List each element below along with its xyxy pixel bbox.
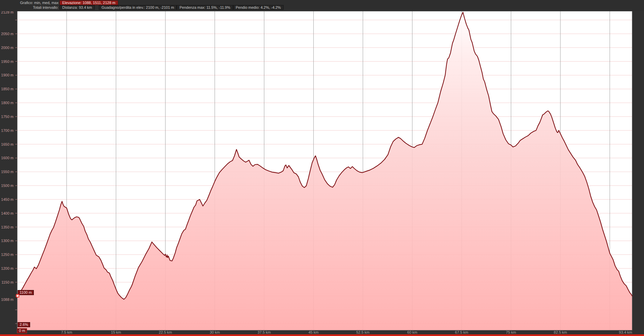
x-tick-label: 22.5 km xyxy=(152,330,179,335)
y-tick-label: 1900 m xyxy=(0,73,14,77)
y-tick-label: 1600 m xyxy=(0,155,14,160)
y-tick-label: 1650 m xyxy=(0,142,14,147)
x-tick-label: 7.5 km xyxy=(53,330,80,335)
elevation-chart[interactable]: 2128 m2050 m2000 m1950 m1900 m1850 m1800… xyxy=(0,0,644,336)
x-tick-label: 15 km xyxy=(103,330,130,335)
distance-stats-box: Distanza: 93.4 km xyxy=(60,5,95,10)
bottom-accent-bar xyxy=(0,334,644,336)
y-tick-label: 1350 m xyxy=(0,225,14,230)
y-tick-label: 2050 m xyxy=(0,31,14,36)
y-tick-label: 2000 m xyxy=(0,45,14,50)
y-tick-label: 1300 m xyxy=(0,238,14,243)
y-tick-label: 1450 m xyxy=(0,197,14,202)
marker-elevation-badge: 1100 m xyxy=(18,290,34,295)
x-tick-label: 52.5 km xyxy=(349,330,376,335)
start-marker-icon xyxy=(16,294,19,297)
elevation-profile-canvas[interactable] xyxy=(0,0,644,336)
y-tick-label: 1850 m xyxy=(0,87,14,91)
chart-type-label: Grafico: min, med, max xyxy=(14,0,59,5)
x-tick-label: 93.4 km xyxy=(604,330,632,335)
gain-loss-stats-box: Guadagno/perdita in elev.: 2100 m, -2101… xyxy=(99,5,177,10)
max-slope-stats-box: Pendenza max: 11.5%, -11.9% xyxy=(177,5,233,10)
y-tick-label: 1500 m xyxy=(0,183,14,188)
y-tick-label: 1800 m xyxy=(0,100,14,105)
y-tick-label: 1200 m xyxy=(0,266,14,271)
avg-slope-stats-box: Pendio medio: 4.2%, -4.2% xyxy=(233,5,284,10)
x-tick-label: 75 km xyxy=(497,330,525,335)
elevation-stats-box: Elevazione: 1088, 1511, 2128 m xyxy=(60,0,118,5)
x-tick-label: 60 km xyxy=(399,330,426,335)
x-tick-label: 30 km xyxy=(201,330,228,335)
stats-toolbar: Grafico: min, med, max Elevazione: 1088,… xyxy=(0,0,644,11)
y-tick-label: 1150 m xyxy=(0,280,14,285)
y-tick-label: 1250 m xyxy=(0,252,14,257)
y-tick-label: 1088 m xyxy=(0,297,14,302)
x-tick-label: 82.5 km xyxy=(547,330,574,335)
x-tick-label: 37.5 km xyxy=(251,330,278,335)
y-tick-label: 1700 m xyxy=(0,128,14,133)
marker-distance-badge: 0 m xyxy=(17,328,27,333)
y-tick-label: 1400 m xyxy=(0,211,14,216)
y-tick-label: 1750 m xyxy=(0,114,14,119)
marker-slope-badge: 2.6% xyxy=(18,322,30,327)
y-tick-label: 1950 m xyxy=(0,59,14,64)
interval-totals-label: Totali intervallo: xyxy=(14,5,59,10)
x-tick-label: 67.5 km xyxy=(448,330,475,335)
y-tick-label: 1550 m xyxy=(0,169,14,174)
x-tick-label: 45 km xyxy=(300,330,327,335)
